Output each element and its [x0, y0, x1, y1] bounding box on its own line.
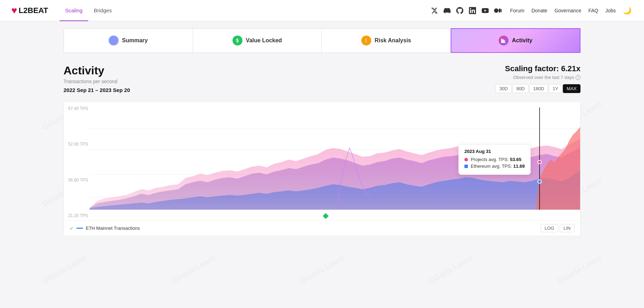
legend-line	[77, 228, 83, 229]
scaling-factor-label: Scaling factor:	[505, 64, 559, 73]
youtube-icon[interactable]	[481, 7, 489, 14]
time-buttons: 30D 90D 180D 1Y MAX	[495, 84, 580, 93]
time-1y[interactable]: 1Y	[549, 84, 562, 93]
faq-link[interactable]: FAQ	[588, 8, 598, 13]
subtitle: Transactions per second	[64, 79, 130, 84]
info-icon: i	[576, 75, 580, 80]
tabs-container: Summary $ Value Locked ! Risk Analysis A…	[0, 21, 644, 53]
chart-wrapper: 67.40 TPS 52.00 TPS 36.60 TPS 21.20 TPS	[64, 101, 580, 236]
chart-legend: ✓ ETH Mainnet Transactions LOG LIN	[64, 220, 580, 236]
tab-risk-analysis[interactable]: ! Risk Analysis	[321, 28, 451, 53]
logo-icon: ♥	[11, 5, 17, 16]
twitter-icon[interactable]	[431, 7, 438, 14]
nav-scaling[interactable]: Scaling	[60, 0, 88, 21]
content-header: Activity Transactions per second 2022 Se…	[64, 64, 580, 93]
tab-value-locked[interactable]: $ Value Locked	[193, 28, 322, 53]
jobs-link[interactable]: Jobs	[605, 8, 616, 13]
scale-lin[interactable]: LIN	[560, 224, 574, 232]
logo-text: L2BEAT	[19, 6, 48, 15]
svg-point-7	[538, 180, 541, 183]
forum-link[interactable]: Forum	[510, 8, 524, 13]
summary-icon	[109, 36, 119, 45]
time-180d[interactable]: 180D	[529, 84, 548, 93]
tab-risk-label: Risk Analysis	[375, 37, 411, 44]
dark-mode-toggle[interactable]: 🌙	[621, 5, 633, 16]
discord-icon[interactable]	[443, 7, 451, 14]
scale-log[interactable]: LOG	[541, 224, 558, 232]
tooltip-projects-row: Projects avg. TPS: 53.65	[464, 157, 525, 162]
page-title: Activity	[64, 64, 130, 77]
right-header: Scaling factor: 6.21x Observed over the …	[495, 64, 580, 93]
nav-bridges[interactable]: Bridges	[88, 0, 118, 21]
time-90d[interactable]: 90D	[512, 84, 529, 93]
svg-point-6	[538, 160, 541, 164]
social-icons	[431, 7, 502, 14]
tooltip-ethereum-row: Ethereum avg. TPS: 11.69	[464, 164, 525, 169]
tab-summary-label: Summary	[122, 37, 148, 44]
scaling-factor-value: 6.21x	[561, 64, 580, 73]
tab-value-label: Value Locked	[246, 37, 282, 44]
header: ♥ L2BEAT Scaling Bridges Forum Donate Go…	[0, 0, 644, 21]
tooltip-ethereum-text: Ethereum avg. TPS: 11.69	[471, 164, 525, 169]
time-max[interactable]: MAX	[563, 84, 580, 93]
chart-tooltip: 2023 Aug 31 Projects avg. TPS: 53.65 Eth…	[458, 144, 531, 175]
governance-link[interactable]: Governance	[554, 8, 581, 13]
time-30d[interactable]: 30D	[495, 84, 512, 93]
left-header: Activity Transactions per second 2022 Se…	[64, 64, 130, 93]
value-locked-icon: $	[233, 36, 242, 45]
svg-point-0	[111, 38, 116, 43]
scaling-factor: Scaling factor: 6.21x	[495, 64, 580, 73]
donate-link[interactable]: Donate	[531, 8, 547, 13]
tab-activity[interactable]: Activity	[451, 28, 581, 53]
observed-text: Observed over the last 7 days i	[495, 75, 580, 80]
scale-buttons: LOG LIN	[541, 224, 574, 232]
medium-icon[interactable]	[494, 7, 502, 14]
header-links: Forum Donate Governance FAQ Jobs	[510, 8, 616, 13]
main-content: Activity Transactions per second 2022 Se…	[0, 53, 644, 247]
risk-icon: !	[361, 36, 371, 45]
tab-activity-label: Activity	[512, 37, 532, 44]
logo[interactable]: ♥ L2BEAT	[11, 5, 48, 16]
date-range: 2022 Sep 21 – 2023 Sep 20	[64, 87, 130, 93]
linkedin-icon[interactable]	[469, 7, 476, 14]
tooltip-date: 2023 Aug 31	[464, 149, 525, 154]
ethereum-dot	[464, 165, 468, 168]
tab-summary[interactable]: Summary	[64, 28, 193, 53]
main-nav: Scaling Bridges	[60, 0, 118, 21]
projects-dot	[464, 158, 468, 161]
activity-icon	[499, 36, 508, 45]
legend-item[interactable]: ✓ ETH Mainnet Transactions	[70, 226, 140, 231]
tooltip-projects-text: Projects avg. TPS: 53.65	[471, 157, 522, 162]
legend-label: ETH Mainnet Transactions	[86, 226, 140, 231]
github-icon[interactable]	[456, 7, 464, 14]
legend-check: ✓	[70, 226, 74, 231]
